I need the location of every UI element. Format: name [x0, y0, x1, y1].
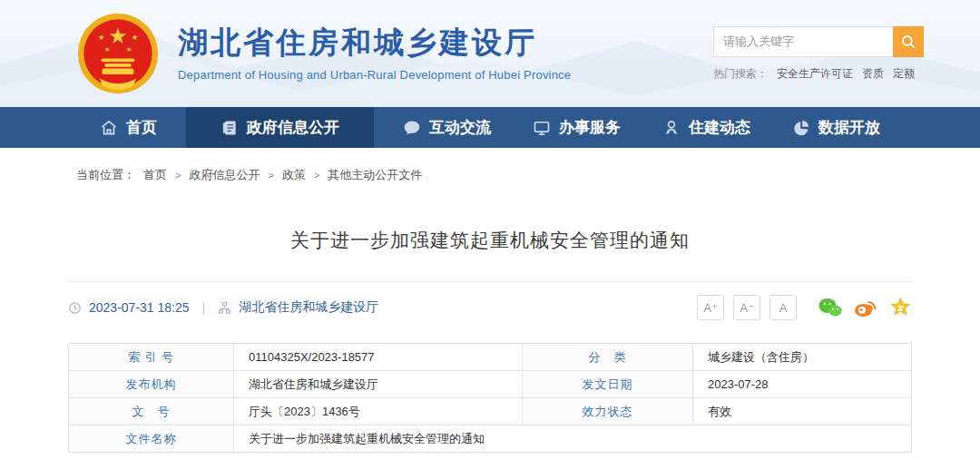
nav-item-home[interactable]: 首页 [87, 107, 170, 148]
publish-source: 湖北省住房和城乡建设厅 [239, 299, 378, 316]
meta-separator: | [202, 300, 206, 315]
article-meta-bar: 2023-07-31 18:25 | 湖北省住房和城乡建设厅 A⁺ A⁻ A [68, 281, 912, 320]
font-increase-button[interactable]: A⁺ [697, 295, 724, 320]
breadcrumb-separator: > [175, 170, 181, 181]
doc-title-value: 关于进一步加强建筑起重机械安全管理的通知 [234, 425, 912, 453]
issuing-agency-value: 湖北省住房和城乡建设厅 [234, 371, 523, 398]
organization-icon [218, 301, 231, 315]
font-normal-button[interactable]: A [769, 295, 797, 320]
validity-status-label: 效力状态 [523, 398, 693, 425]
article-meta: 2023-07-31 18:25 | 湖北省住房和城乡建设厅 [68, 299, 378, 316]
article-title: 关于进一步加强建筑起重机械安全管理的通知 [68, 228, 912, 253]
article-tools: A⁺ A⁻ A [697, 295, 912, 320]
search-button[interactable] [893, 26, 924, 57]
hot-search-row: 热门搜索： 安全生产许可证 资质 定额 [713, 66, 924, 82]
site-header: ★ ★ ★ ★ ★ 湖北省住房和城乡建设厅 Department of Hous… [0, 0, 980, 107]
table-row: 发布机构 湖北省住房和城乡建设厅 发文日期 2023-07-28 [69, 371, 912, 398]
clock-icon [68, 301, 82, 315]
search-row [713, 26, 924, 57]
nav-item-news[interactable]: 住建动态 [650, 107, 763, 148]
breadcrumb: 当前位置： 首页 > 政府信息公开 > 政策 > 其他主动公开文件 [76, 167, 912, 183]
nav-item-label: 办事服务 [559, 117, 621, 138]
doc-title-label: 文件名称 [69, 425, 234, 453]
badge-person-icon [662, 119, 681, 137]
table-row: 文 号 厅头〔2023〕1436号 效力状态 有效 [69, 398, 912, 425]
hot-search-link[interactable]: 定额 [893, 66, 915, 82]
svg-text:★: ★ [104, 45, 111, 54]
index-number-label: 索 引 号 [69, 344, 234, 371]
page: ★ ★ ★ ★ ★ 湖北省住房和城乡建设厅 Department of Hous… [0, 0, 980, 469]
svg-text:★: ★ [108, 24, 127, 48]
share-icons [818, 297, 912, 318]
svg-text:★: ★ [98, 34, 104, 42]
svg-text:★: ★ [132, 34, 138, 42]
site-subtitle: Department of Housing and Urban-Rural De… [178, 68, 571, 82]
hot-search-link[interactable]: 资质 [862, 66, 884, 82]
breadcrumb-item-home[interactable]: 首页 [143, 167, 167, 183]
hot-search-link[interactable]: 安全生产许可证 [777, 66, 853, 82]
home-icon [100, 119, 118, 137]
monitor-icon [533, 119, 551, 137]
header-inner: ★ ★ ★ ★ ★ 湖北省住房和城乡建设厅 Department of Hous… [0, 0, 980, 107]
favorite-star-icon[interactable] [889, 297, 912, 318]
nav-item-interaction[interactable]: 互动交流 [390, 107, 504, 148]
search-icon [900, 34, 916, 50]
category-value: 城乡建设（含住房） [693, 344, 912, 371]
document-info-table: 索 引 号 01104325X/2023-18577 分 类 城乡建设（含住房）… [68, 343, 912, 453]
nav-item-label: 互动交流 [429, 117, 491, 138]
nav-item-label: 住建动态 [689, 117, 750, 138]
content: 当前位置： 首页 > 政府信息公开 > 政策 > 其他主动公开文件 关于进一步加… [0, 167, 980, 453]
search-input[interactable] [713, 26, 893, 57]
breadcrumb-item-other-docs[interactable]: 其他主动公开文件 [328, 167, 422, 183]
nav-item-open-data[interactable]: 数据开放 [779, 107, 893, 148]
brand-block: 湖北省住房和城乡建设厅 Department of Housing and Ur… [178, 25, 571, 82]
main-nav: 首页 政府信息公开 互动交流 办事服务 [0, 107, 980, 148]
table-row: 索 引 号 01104325X/2023-18577 分 类 城乡建设（含住房） [69, 344, 912, 371]
issuing-agency-label: 发布机构 [69, 371, 234, 398]
breadcrumb-item-policy[interactable]: 政策 [282, 167, 306, 183]
breadcrumb-separator: > [314, 170, 319, 181]
index-number-value: 01104325X/2023-18577 [234, 344, 523, 371]
issue-date-value: 2023-07-28 [693, 371, 912, 398]
breadcrumb-item-gov-info[interactable]: 政府信息公开 [189, 167, 260, 183]
doc-number-label: 文 号 [69, 398, 234, 425]
svg-text:★: ★ [126, 45, 132, 54]
document-icon [220, 119, 239, 137]
nav-item-label: 首页 [126, 117, 157, 138]
nav-item-label: 政府信息公开 [247, 117, 339, 138]
breadcrumb-label: 当前位置： [76, 167, 135, 183]
breadcrumb-separator: > [268, 170, 273, 181]
national-emblem-logo[interactable]: ★ ★ ★ ★ ★ [76, 12, 160, 95]
search-area: 热门搜索： 安全生产许可证 资质 定额 [713, 26, 924, 82]
issue-date-label: 发文日期 [523, 371, 693, 398]
nav-item-label: 数据开放 [818, 117, 880, 138]
hot-search-label: 热门搜索： [713, 66, 768, 82]
validity-status-value: 有效 [693, 398, 912, 425]
pie-chart-icon [792, 119, 810, 137]
publish-datetime: 2023-07-31 18:25 [89, 300, 190, 315]
site-title: 湖北省住房和城乡建设厅 [178, 25, 571, 60]
nav-item-gov-info[interactable]: 政府信息公开 [186, 107, 374, 148]
table-row: 文件名称 关于进一步加强建筑起重机械安全管理的通知 [69, 425, 912, 453]
font-decrease-button[interactable]: A⁻ [733, 295, 760, 320]
doc-number-value: 厅头〔2023〕1436号 [234, 398, 523, 425]
nav-item-services[interactable]: 办事服务 [520, 107, 633, 148]
wechat-share-icon[interactable] [818, 297, 842, 318]
chat-icon [403, 119, 421, 137]
weibo-share-icon[interactable] [854, 297, 877, 318]
category-label: 分 类 [523, 344, 693, 371]
